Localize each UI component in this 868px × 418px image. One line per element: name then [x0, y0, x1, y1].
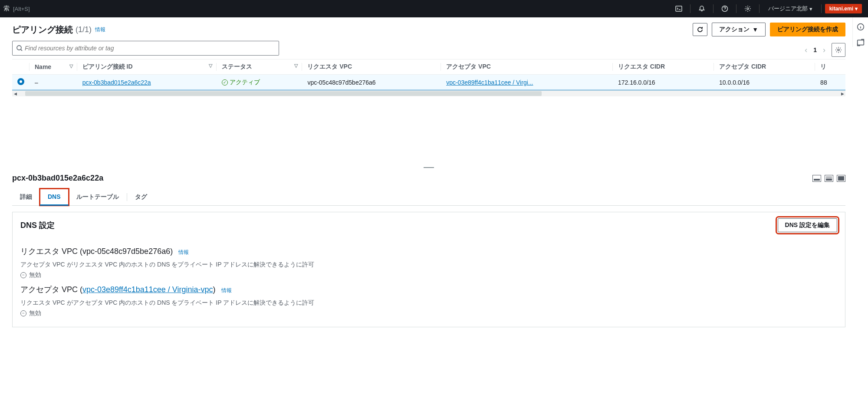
page-header: ピアリング接続 (1/1) 情報 アクション ▼ ピアリング接続を作成: [12, 23, 845, 36]
accepter-vpc-link[interactable]: vpc-03e89ff4c1ba11cee / Virginia-vpc: [82, 285, 213, 294]
help-icon[interactable]: [717, 1, 733, 16]
minus-circle-icon: −: [20, 272, 26, 278]
page-title: ピアリング接続: [12, 24, 73, 36]
top-nav: 索 [Alt+S] バージニア北部 ▾ kitani.emi ▾: [0, 0, 868, 17]
cell-status: ✓ アクティブ: [222, 79, 260, 86]
resource-search[interactable]: [12, 41, 279, 56]
page-count: (1/1): [76, 25, 92, 34]
dns-panel-title: DNS 設定: [20, 220, 55, 230]
info-icon[interactable]: [856, 23, 865, 31]
user-name: kitani.emi: [829, 6, 853, 12]
tab-tags[interactable]: タグ: [127, 189, 155, 205]
page-next[interactable]: ›: [823, 46, 825, 55]
col-requester-vpc[interactable]: リクエスタ VPC: [302, 59, 441, 75]
settings-icon[interactable]: [740, 1, 756, 16]
edit-dns-button[interactable]: DNS 設定を編集: [778, 218, 837, 232]
tab-details[interactable]: 詳細: [12, 189, 40, 205]
chevron-down-icon: ▼: [752, 26, 758, 33]
requester-desc: アクセプタ VPC がリクエスタ VPC 内のホストの DNS をプライベート …: [20, 261, 837, 269]
col-accepter-cidr[interactable]: アクセプタ CIDR: [714, 59, 815, 75]
search-shortcut-hint: [Alt+S]: [13, 6, 30, 12]
view-split-half[interactable]: [825, 175, 833, 182]
cell-name: –: [30, 75, 77, 90]
peering-table: Name▽ ピアリング接続 ID▽ ステータス▽ リクエスタ VPC アクセプタ…: [12, 59, 845, 96]
chevron-down-icon: ▾: [809, 6, 812, 12]
scroll-thumb[interactable]: [25, 91, 542, 96]
minus-circle-icon: −: [20, 310, 26, 316]
page-prev[interactable]: ‹: [805, 46, 807, 55]
tab-dns[interactable]: DNS: [40, 189, 69, 205]
right-rail: [852, 17, 868, 47]
user-menu[interactable]: kitani.emi ▾: [825, 4, 862, 13]
dns-panel: DNS 設定 DNS 設定を編集 リクエスタ VPC (vpc-05c48c97…: [12, 212, 845, 327]
panel-splitter[interactable]: [12, 166, 845, 169]
col-last[interactable]: リ: [815, 59, 845, 75]
cell-accepter-cidr: 10.0.0.0/16: [714, 75, 815, 90]
search-icon: [16, 45, 23, 52]
col-name[interactable]: Name▽: [30, 59, 77, 75]
cell-last: 88: [815, 75, 845, 90]
cell-peer-id-link[interactable]: pcx-0b3bad015e2a6c22a: [82, 79, 151, 86]
scroll-right-icon[interactable]: ▶: [839, 91, 845, 97]
info-link[interactable]: 情報: [95, 26, 105, 33]
table-row[interactable]: – pcx-0b3bad015e2a6c22a ✓ アクティブ vpc-05c4…: [12, 75, 845, 90]
svg-rect-4: [857, 40, 864, 45]
search-input[interactable]: [23, 43, 275, 53]
page-number: 1: [813, 46, 817, 53]
row-radio[interactable]: [17, 78, 24, 85]
svg-point-2: [747, 8, 749, 10]
search-text-fragment: 索: [3, 5, 10, 13]
tab-route-table[interactable]: ルートテーブル: [69, 189, 127, 205]
detail-title: pcx-0b3bad015e2a6c22a: [12, 174, 103, 183]
table-settings-button[interactable]: [832, 43, 845, 57]
col-status[interactable]: ステータス▽: [217, 59, 302, 75]
actions-button[interactable]: アクション ▼: [712, 23, 766, 36]
create-label: ピアリング接続を作成: [777, 26, 838, 33]
create-peering-button[interactable]: ピアリング接続を作成: [770, 23, 845, 36]
info-link[interactable]: 情報: [221, 287, 232, 293]
svg-point-6: [838, 49, 839, 51]
requester-disabled: − 無効: [20, 271, 837, 279]
pagination: ‹ 1 ›: [805, 43, 845, 57]
col-requester-cidr[interactable]: リクエスタ CIDR: [613, 59, 714, 75]
scroll-left-icon[interactable]: ◀: [12, 91, 18, 97]
info-link[interactable]: 情報: [178, 249, 189, 255]
expand-icon[interactable]: [856, 38, 865, 47]
svg-rect-0: [676, 6, 682, 11]
global-search[interactable]: 索 [Alt+S]: [3, 5, 30, 13]
svg-point-5: [17, 46, 21, 50]
horizontal-scrollbar[interactable]: ◀ ▶: [12, 90, 845, 96]
actions-label: アクション: [719, 26, 750, 33]
region-label: バージニア北部: [768, 5, 808, 13]
detail-tabs: 詳細 DNS ルートテーブル タグ: [12, 189, 845, 206]
col-peer-id[interactable]: ピアリング接続 ID▽: [77, 59, 217, 75]
cell-requester-vpc: vpc-05c48c97d5be276a6: [302, 75, 441, 90]
requester-vpc-heading: リクエスタ VPC (vpc-05c48c97d5be276a6) 情報: [20, 246, 837, 257]
view-full[interactable]: [837, 175, 845, 182]
gear-icon: [835, 46, 842, 53]
col-accepter-vpc[interactable]: アクセプタ VPC: [441, 59, 613, 75]
refresh-button[interactable]: [693, 23, 707, 36]
notifications-icon[interactable]: [694, 1, 710, 16]
detail-header: pcx-0b3bad015e2a6c22a: [12, 169, 845, 187]
col-select: [12, 59, 30, 75]
cell-accepter-vpc-link[interactable]: vpc-03e89ff4c1ba11cee / Virgi...: [446, 79, 533, 86]
accepter-disabled: − 無効: [20, 309, 837, 317]
region-selector[interactable]: バージニア北部 ▾: [763, 5, 818, 13]
splitter-handle-icon: [424, 167, 434, 168]
accepter-vpc-heading: アクセプタ VPC (vpc-03e89ff4c1ba11cee / Virgi…: [20, 284, 837, 295]
accepter-desc: リクエスタ VPC がアクセプタ VPC 内のホストの DNS をプライベート …: [20, 299, 837, 307]
view-controls: [812, 175, 845, 182]
cell-requester-cidr: 172.16.0.0/16: [613, 75, 714, 90]
check-circle-icon: ✓: [222, 79, 228, 86]
view-split-bottom[interactable]: [812, 175, 821, 182]
cloudshell-icon[interactable]: [671, 1, 687, 16]
chevron-down-icon: ▾: [855, 6, 858, 12]
